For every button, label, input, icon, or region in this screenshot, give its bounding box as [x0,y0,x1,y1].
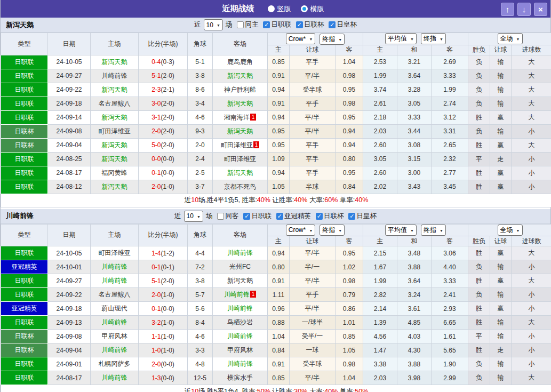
corner-score: 12-5 [188,371,213,385]
away-team-name[interactable]: 川崎前锋 [227,305,253,312]
odds-view-select[interactable]: Crow*▼ [286,225,316,236]
away-odds: 1.04 [336,371,363,385]
odds-view-select[interactable]: Crow*▼ [286,33,316,44]
window-title: 近期战绩 [222,4,254,14]
result-goals: 大 [512,274,551,288]
away-team-name[interactable]: 川崎前锋 [224,291,250,298]
result-outcome: 负 [468,124,490,138]
sub-column-header: 进球数 [512,236,551,246]
away-team-name[interactable]: 京都不死鸟 [224,183,256,190]
move-down-button[interactable]: ↓ [517,3,531,16]
league-checkbox[interactable]: ✓ [296,21,303,28]
avg-draw-odds: 4.30 [397,343,432,357]
match-type-badge: 日职联 [1,357,48,371]
home-team-name[interactable]: 川崎前锋 [102,72,127,79]
home-team-name[interactable]: 川崎前锋 [102,263,127,270]
away-team-name[interactable]: 新泻天鹅 [227,100,253,107]
avg-home-odds: 2.03 [363,371,397,385]
home-team: 福冈黄蜂 [91,166,139,180]
league-checkbox[interactable]: ✓ [329,21,336,28]
home-team-name[interactable]: 甲府风林 [102,332,127,340]
away-team-name[interactable]: 新泻天鹅 [227,127,253,135]
match-score: 1-3(0-0) [139,371,188,385]
result-handicap: 赢 [490,302,512,316]
column-header: 日期 [48,224,91,246]
away-team-name[interactable]: 町田泽维亚 [224,155,256,163]
home-team-name[interactable]: 川崎前锋 [102,346,127,354]
home-team-name[interactable]: 福冈黄蜂 [102,169,127,177]
home-team: 甲府风林 [91,330,139,343]
home-team-name[interactable]: 町田泽维亚 [99,249,131,257]
odds-view-select[interactable]: 平均值▼ [385,33,417,44]
match-date: 24-09-27 [48,69,91,83]
odds-view-select[interactable]: 全场▼ [498,33,523,44]
odds-view-select[interactable]: 终指▼ [421,33,446,44]
home-team-name[interactable]: 川崎前锋 [102,277,127,284]
halftime-score: (2-0) [161,127,174,135]
fulltime-score: 1-1 [151,333,161,340]
league-checkbox[interactable]: ✓ [316,213,323,220]
away-team-name[interactable]: 新泻天鹅 [227,169,253,177]
league-checkbox[interactable]: ✓ [348,213,355,220]
home-team-name[interactable]: 新泻天鹅 [102,114,127,121]
result-goals: 小 [512,343,551,357]
select-value: 终指 [424,226,436,235]
away-team-name[interactable]: 町田泽维亚 [221,141,253,149]
odds-view-select[interactable]: 终指▼ [320,225,345,236]
recent-count-select[interactable]: 10▼ [184,211,203,222]
away-team-name[interactable]: 川崎前锋 [227,332,253,340]
away-team-name[interactable]: 川崎前锋 [227,249,253,257]
away-odds: 0.94 [336,138,363,152]
home-team-name[interactable]: 名古屋鲸八 [99,100,131,107]
league-checkbox[interactable]: ✓ [243,213,250,220]
home-team-name[interactable]: 新泻天鹅 [102,141,127,149]
away-team: 湘南海洋1 [213,110,268,124]
close-button[interactable]: × [534,3,547,16]
odds-view-select[interactable]: 终指▼ [320,34,345,45]
odds-view-select[interactable]: 全场▼ [498,225,523,236]
league-checkbox[interactable]: ✓ [276,213,283,220]
move-up-button[interactable]: ↑ [501,3,514,16]
layout-radio-vertical[interactable]: 竖版 [268,4,291,14]
fulltime-score: 1-3 [151,374,161,382]
away-team-name[interactable]: 横滨水手 [227,374,253,381]
away-team-name[interactable]: 湘南海洋 [224,114,250,121]
column-header: 主场 [91,33,139,55]
handicap-line: 平/半 [290,302,336,316]
away-team-name[interactable]: 甲府风林 [227,346,253,354]
summary-cell: 近10场,胜4平1负5, 胜率:40% 让胜率:40% 大率:60% 单率:40… [1,194,551,207]
result-goals: 大 [512,69,551,83]
home-team-name[interactable]: 川崎前锋 [102,318,127,326]
sub-column-header: 主 [363,236,397,246]
home-team: 川崎前锋 [91,371,139,385]
away-team-name[interactable]: 鸟栖沙岩 [227,318,253,326]
home-team-name[interactable]: 蔚山现代 [102,305,127,312]
home-team-name[interactable]: 札幌冈萨多 [99,360,131,367]
chevron-down-icon: ▼ [410,229,414,233]
same-venue-checkbox[interactable] [217,213,224,220]
away-team-name[interactable]: 新泻天鹅 [227,277,253,284]
same-venue-checkbox[interactable] [237,21,244,28]
league-checkbox[interactable]: ✓ [263,21,270,28]
home-team-name[interactable]: 町田泽维亚 [99,127,131,135]
home-team-name[interactable]: 川崎前锋 [102,374,127,381]
league-label: 亚冠精英 [284,212,311,221]
handicap-line: 平手 [290,55,336,69]
recent-count-select[interactable]: 10▼ [204,19,223,30]
away-team-name[interactable]: 鹿岛鹿角 [227,58,253,66]
match-row: 日职联24-09-22新泻天鹅2-3(2-1)8-6神户胜利船0.94受半球0.… [1,83,551,97]
layout-radio-horizontal[interactable]: 横版 [301,4,324,14]
away-team-name[interactable]: 新泻天鹅 [227,72,253,79]
match-date: 24-08-12 [48,180,91,194]
home-team-name[interactable]: 新泻天鹅 [102,155,127,163]
home-team-name[interactable]: 新泻天鹅 [102,183,127,190]
away-team-name[interactable]: 神户胜利船 [224,86,256,93]
avg-away-odds: 2.74 [432,97,468,110]
home-team-name[interactable]: 名古屋鲸八 [99,291,131,298]
odds-view-select[interactable]: 平均值▼ [385,225,417,236]
home-team-name[interactable]: 新泻天鹅 [102,86,127,93]
home-team-name[interactable]: 新泻天鹅 [102,58,127,66]
away-team-name[interactable]: 光州FC [229,263,251,270]
odds-view-select[interactable]: 终指▼ [421,225,446,236]
away-team-name[interactable]: 川崎前锋 [227,360,253,367]
